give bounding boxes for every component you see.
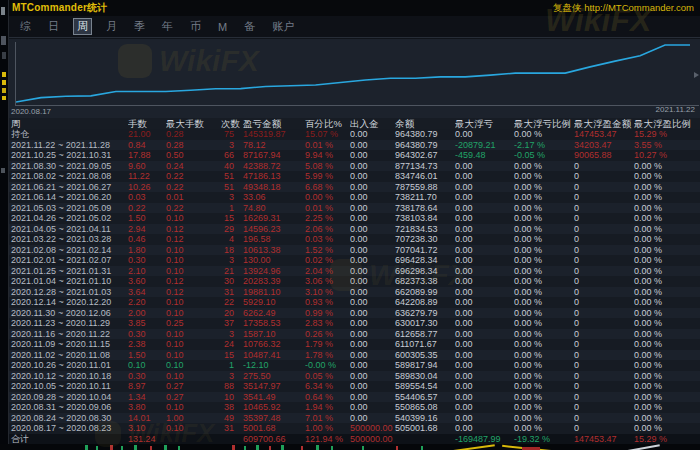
cell-最大浮盈比例: 0.00 % xyxy=(634,350,700,361)
cell-最大浮亏: 0.00 xyxy=(455,318,514,329)
cell-最大浮盈比例: 15.29 % xyxy=(634,434,700,445)
column-header-6[interactable]: 出入金 xyxy=(350,118,395,129)
table-row[interactable]: 2020.10.12 ~ 2020.10.180.300.103275.500.… xyxy=(9,371,700,382)
table-row[interactable]: 2021.06.14 ~ 2021.06.200.030.01333.060.0… xyxy=(9,192,700,203)
tab-周[interactable]: 周 xyxy=(73,18,92,35)
column-header-5[interactable]: 百分比% xyxy=(305,118,350,129)
cell-余额: 707238.30 xyxy=(395,234,455,245)
column-header-11[interactable]: 最大浮盈比例 xyxy=(634,118,700,129)
cell-百分比%: 2.25 % xyxy=(305,213,350,224)
tab-M[interactable]: M xyxy=(215,20,230,34)
table-row[interactable]: 2021.02.08 ~ 2021.02.141.800.101810613.3… xyxy=(9,245,700,256)
table-row[interactable]: 2020.11.30 ~ 2020.12.062.000.10206262.49… xyxy=(9,308,700,319)
table-row[interactable]: 2020.10.26 ~ 2020.11.010.100.101-12.10-0… xyxy=(9,360,700,371)
cell-百分比%: 3.06 % xyxy=(305,276,350,287)
cell-手数: 3.64 xyxy=(128,287,166,298)
tab-备[interactable]: 备 xyxy=(241,18,258,35)
cell-余额: 738211.70 xyxy=(395,192,455,203)
table-row[interactable]: 2021.03.22 ~ 2021.03.280.460.124196.580.… xyxy=(9,234,700,245)
cell-盈亏金额: 33.06 xyxy=(243,192,305,203)
column-header-0[interactable]: 周 xyxy=(11,118,128,129)
cell-最大浮盈比例: 15.29 % xyxy=(634,129,700,140)
table-row[interactable]: 2020.10.05 ~ 2020.10.118.970.278835147.9… xyxy=(9,381,700,392)
column-header-4[interactable]: 盈亏金额 xyxy=(243,118,305,129)
cell-最大浮亏: 0.00 xyxy=(455,339,514,350)
table-row[interactable]: 2020.11.02 ~ 2020.11.081.500.101510487.4… xyxy=(9,350,700,361)
table-row[interactable]: 2021.10.25 ~ 2021.10.3117.880.506687167.… xyxy=(9,150,700,161)
table-row[interactable]: 2021.04.26 ~ 2021.05.021.500.101516269.3… xyxy=(9,213,700,224)
cell-手数: 10.26 xyxy=(128,182,166,193)
table-row[interactable]: 2021.06.21 ~ 2021.06.2710.260.225149348.… xyxy=(9,182,700,193)
cell-最大浮盈金额: 0 xyxy=(574,423,634,434)
column-header-3[interactable]: 次数 xyxy=(221,118,243,129)
tab-综[interactable]: 综 xyxy=(17,18,34,35)
cell-最大手数: 0.10 xyxy=(166,245,221,256)
column-header-7[interactable]: 余额 xyxy=(395,118,455,129)
table-row[interactable]: 2021.01.04 ~ 2021.01.103.600.123020283.3… xyxy=(9,276,700,287)
cell-手数: 131.24 xyxy=(128,434,166,445)
table-row[interactable]: 2020.12.28 ~ 2021.01.033.640.123119881.1… xyxy=(9,287,700,298)
column-header-10[interactable]: 最大浮盈金额 xyxy=(574,118,634,129)
cell-最大浮盈比例: 0.00 % xyxy=(634,287,700,298)
cell-最大浮盈比例: 10.27 % xyxy=(634,150,700,161)
tab-月[interactable]: 月 xyxy=(103,18,120,35)
table-row[interactable]: 2020.12.14 ~ 2020.12.202.200.10225929.10… xyxy=(9,297,700,308)
cell-百分比%: 2.83 % xyxy=(305,318,350,329)
open-position-row[interactable]: 持仓21.000.2875145319.8715.07 %0.00964380.… xyxy=(9,129,700,140)
cell-最大手数 xyxy=(166,434,221,445)
cell-次数: 1 xyxy=(221,203,243,214)
tab-年[interactable]: 年 xyxy=(159,18,176,35)
row-label: 2020.08.17 ~ 2020.08.23 xyxy=(11,423,128,434)
cell-最大手数: 0.10 xyxy=(166,308,221,319)
table-row[interactable]: 2020.08.17 ~ 2020.08.233.100.10315001.68… xyxy=(9,423,700,434)
column-header-9[interactable]: 最大浮亏比例 xyxy=(514,118,574,129)
cell-次数: 24 xyxy=(221,339,243,350)
cell-出入金: 0.00 xyxy=(350,129,395,140)
table-row[interactable]: 2020.09.28 ~ 2020.10.041.340.27103541.49… xyxy=(9,392,700,403)
tab-季[interactable]: 季 xyxy=(131,18,148,35)
brand-link[interactable]: 复盘侠 http://MTCommander.com xyxy=(553,2,694,15)
table-row[interactable]: 2020.11.16 ~ 2020.11.220.300.1031587.100… xyxy=(9,329,700,340)
table-row[interactable]: 2020.08.24 ~ 2020.08.3014.011.004935397.… xyxy=(9,413,700,424)
cell-手数: 0.30 xyxy=(128,255,166,266)
cell-百分比%: 1.00 % xyxy=(305,423,350,434)
cell-盈亏金额: 49348.18 xyxy=(243,182,305,193)
table-row[interactable]: 2020.11.23 ~ 2020.11.293.850.253717358.5… xyxy=(9,318,700,329)
row-label: 2021.08.02 ~ 2021.08.08 xyxy=(11,171,128,182)
tab-日[interactable]: 日 xyxy=(45,18,62,35)
cell-最大浮亏比例: 0.00 % xyxy=(514,350,574,361)
total-row[interactable]: 合计131.24609700.66121.94 %500000.00-16948… xyxy=(9,434,700,445)
cell-最大浮亏: 0.00 xyxy=(455,381,514,392)
column-header-8[interactable]: 最大浮亏 xyxy=(455,118,514,129)
table-row[interactable]: 2021.02.01 ~ 2021.02.070.300.103130.000.… xyxy=(9,255,700,266)
cell-出入金: 0.00 xyxy=(350,150,395,161)
cell-盈亏金额: 19881.10 xyxy=(243,287,305,298)
table-row[interactable]: 2021.01.25 ~ 2021.01.312.100.102113924.9… xyxy=(9,266,700,277)
table-row[interactable]: 2021.05.03 ~ 2021.05.090.220.22174.800.0… xyxy=(9,203,700,214)
table-row[interactable]: 2020.11.09 ~ 2020.11.152.380.102410766.3… xyxy=(9,339,700,350)
cell-最大手数: 0.12 xyxy=(166,276,221,287)
table-row[interactable]: 2021.08.02 ~ 2021.08.0811.220.225147186.… xyxy=(9,171,700,182)
cell-最大浮盈比例: 0.00 % xyxy=(634,318,700,329)
table-row[interactable]: 2021.04.05 ~ 2021.04.112.940.122914596.2… xyxy=(9,224,700,235)
cell-出入金: 0.00 xyxy=(350,402,395,413)
cell-百分比%: 0.64 % xyxy=(305,392,350,403)
table-row[interactable]: 2020.08.31 ~ 2020.09.063.800.103810465.9… xyxy=(9,402,700,413)
cell-盈亏金额: 13924.96 xyxy=(243,266,305,277)
table-row[interactable]: 2021.11.22 ~ 2021.11.280.840.28378.120.0… xyxy=(9,140,700,151)
cell-最大浮亏: 0.00 xyxy=(455,182,514,193)
cell-出入金: 0.00 xyxy=(350,392,395,403)
cell-手数: 1.50 xyxy=(128,350,166,361)
background-window-fragment xyxy=(1,7,5,15)
table-row[interactable]: 2021.08.30 ~ 2021.09.059.600.244042388.7… xyxy=(9,161,700,172)
column-header-1[interactable]: 手数 xyxy=(128,118,166,129)
cell-最大浮盈比例: 0.00 % xyxy=(634,392,700,403)
tab-账户[interactable]: 账户 xyxy=(269,18,297,35)
column-header-2[interactable]: 最大手数 xyxy=(166,118,221,129)
cell-最大浮亏比例: 0.00 % xyxy=(514,318,574,329)
cell-手数: 2.00 xyxy=(128,308,166,319)
tab-币[interactable]: 币 xyxy=(187,18,204,35)
cell-手数: 17.88 xyxy=(128,150,166,161)
cell-最大浮亏: 0.00 xyxy=(455,308,514,319)
cell-最大浮盈比例: 0.00 % xyxy=(634,339,700,350)
